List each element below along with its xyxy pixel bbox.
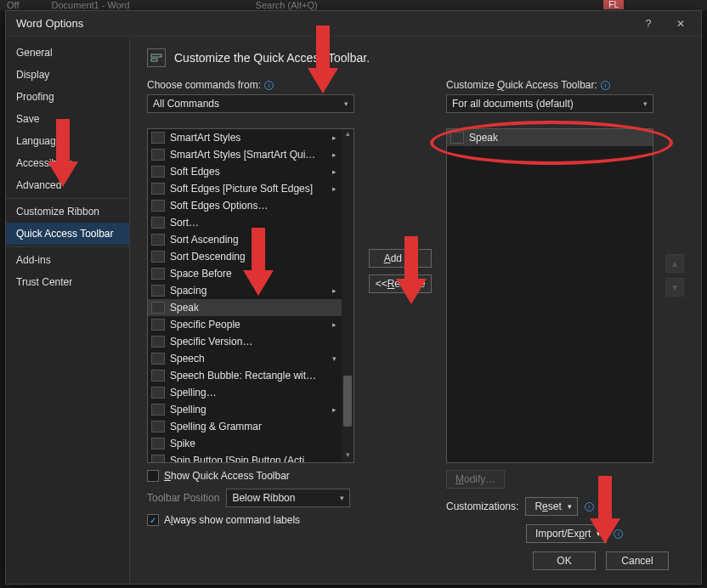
choose-commands-combo[interactable]: All Commands ▾ (147, 94, 354, 113)
command-label: Sort… (170, 217, 338, 229)
command-icon (151, 404, 165, 416)
show-qat-label: Show Quick Access Toolbar (164, 470, 290, 482)
user-badge: FL (603, 0, 624, 9)
command-item[interactable]: Speak (148, 299, 342, 316)
always-labels-label: Always show command labels (164, 514, 300, 526)
command-icon (151, 251, 165, 263)
left-column: Choose commands from: i All Commands ▾ S… (147, 79, 354, 526)
commands-scrollbar[interactable]: ▴ ▾ (342, 129, 354, 462)
command-item[interactable]: SmartArt Styles [SmartArt Qui…▸ (148, 146, 342, 163)
move-up-button[interactable]: ▴ (665, 254, 684, 273)
toolbar-position-label: Toolbar Position (147, 492, 219, 504)
submenu-caret-icon: ▸ (330, 167, 338, 176)
chevron-down-icon: ▾ (340, 494, 344, 502)
background-search-placeholder: Search (Alt+Q) (137, 0, 318, 10)
toolbar-position-row: Toolbar Position Below Ribbon ▾ (147, 489, 354, 507)
titlebar: Word Options ? ✕ (6, 11, 701, 37)
command-item[interactable]: Soft Edges Options… (148, 197, 342, 214)
nav-item-trust-center[interactable]: Trust Center (6, 271, 129, 293)
customize-qat-combo[interactable]: For all documents (default) ▾ (446, 94, 653, 113)
commands-list[interactable]: SmartArt Styles▸SmartArt Styles [SmartAr… (147, 128, 354, 463)
scroll-up-icon[interactable]: ▴ (342, 129, 354, 141)
command-icon (151, 353, 165, 365)
command-icon (151, 387, 165, 399)
import-export-button[interactable]: Import/Exprt ▾ (526, 524, 607, 543)
nav-item-quick-access-toolbar[interactable]: Quick Access Toolbar (6, 223, 129, 245)
customize-qat-value: For all documents (default) (452, 98, 574, 110)
command-item[interactable]: Soft Edges [Picture Soft Edges]▸ (148, 180, 342, 197)
cancel-button[interactable]: Cancel (606, 551, 669, 570)
command-icon (151, 149, 165, 161)
command-label: Soft Edges (170, 166, 325, 178)
command-item[interactable]: Space Before (148, 265, 342, 282)
customize-qat-label: Customize Quick Access Toolbar: i (446, 79, 653, 91)
nav-item-language[interactable]: Language (6, 130, 129, 152)
nav-item-add-ins[interactable]: Add-ins (6, 249, 129, 271)
scroll-down-icon[interactable]: ▾ (342, 450, 354, 462)
word-options-dialog: Word Options ? ✕ GeneralDisplayProofingS… (5, 10, 702, 585)
info-icon[interactable]: i (614, 529, 623, 539)
remove-button[interactable]: << Remove (369, 274, 432, 293)
nav-item-general[interactable]: General (6, 42, 129, 64)
nav-item-advanced[interactable]: Advanced (6, 174, 129, 196)
submenu-caret-icon: ▸ (330, 405, 338, 414)
modify-button[interactable]: Modify… (446, 470, 505, 489)
command-icon (151, 285, 165, 297)
command-item[interactable]: Sort… (148, 214, 342, 231)
speak-icon (450, 132, 464, 144)
qat-list[interactable]: Speak (446, 128, 653, 463)
command-item[interactable]: Spike (148, 435, 342, 452)
info-icon[interactable]: i (585, 502, 594, 512)
nav-item-accessibility[interactable]: Accessibility (6, 152, 129, 174)
command-item[interactable]: Speech▾ (148, 350, 342, 367)
command-label: Spacing (170, 285, 325, 297)
qat-icon (147, 48, 166, 67)
chevron-down-icon: ▾ (568, 502, 572, 511)
ok-button[interactable]: OK (533, 551, 596, 570)
command-label: Speech Bubble: Rectangle wit… (170, 370, 338, 382)
command-item[interactable]: Spelling▸ (148, 401, 342, 418)
chevron-down-icon: ▾ (643, 99, 648, 108)
submenu-caret-icon: ▸ (330, 286, 338, 295)
toolbar-position-value: Below Ribbon (232, 492, 295, 504)
command-icon (151, 455, 165, 462)
move-down-button[interactable]: ▾ (665, 278, 684, 297)
command-label: Spelling… (170, 387, 338, 399)
scrollbar-thumb[interactable] (343, 376, 352, 427)
add-button[interactable]: Add >> (369, 249, 432, 268)
command-item[interactable]: Soft Edges▸ (148, 163, 342, 180)
always-labels-checkbox[interactable]: ✓ (147, 514, 159, 526)
command-label: Spelling (170, 404, 325, 416)
command-item[interactable]: Spelling & Grammar (148, 418, 342, 435)
nav-item-customize-ribbon[interactable]: Customize Ribbon (6, 201, 129, 223)
import-export-row: Import/Exprt ▾ i (446, 524, 653, 543)
nav-item-display[interactable]: Display (6, 64, 129, 86)
command-label: Speak (170, 302, 338, 314)
command-item[interactable]: Sort Ascending (148, 231, 342, 248)
command-label: Soft Edges [Picture Soft Edges] (170, 183, 325, 195)
qat-item[interactable]: Speak (447, 129, 653, 146)
nav-item-proofing[interactable]: Proofing (6, 86, 129, 108)
command-icon (151, 132, 165, 144)
close-button[interactable]: ✕ (665, 14, 696, 34)
panel-header-text: Customize the Quick Access Toolbar. (174, 51, 370, 65)
command-item[interactable]: Specific People▸ (148, 316, 342, 333)
command-item[interactable]: Speech Bubble: Rectangle wit… (148, 367, 342, 384)
help-button[interactable]: ? (633, 14, 664, 34)
command-label: Soft Edges Options… (170, 200, 338, 212)
command-item[interactable]: Sort Descending (148, 248, 342, 265)
info-icon[interactable]: i (601, 81, 610, 90)
command-item[interactable]: Spelling… (148, 384, 342, 401)
command-item[interactable]: SmartArt Styles▸ (148, 129, 342, 146)
always-labels-row: ✓ Always show command labels (147, 514, 354, 526)
show-qat-checkbox[interactable] (147, 470, 159, 482)
reset-button[interactable]: Reset ▾ (525, 497, 577, 516)
nav-item-save[interactable]: Save (6, 108, 129, 130)
dialog-footer: OK Cancel (147, 543, 684, 582)
command-item[interactable]: Spin Button [Spin Button (Acti… (148, 452, 342, 462)
info-icon[interactable]: i (264, 81, 274, 90)
command-item[interactable]: Spacing▸ (148, 282, 342, 299)
command-item[interactable]: Specific Version… (148, 333, 342, 350)
command-icon (151, 319, 165, 331)
toolbar-position-combo[interactable]: Below Ribbon ▾ (226, 489, 350, 507)
